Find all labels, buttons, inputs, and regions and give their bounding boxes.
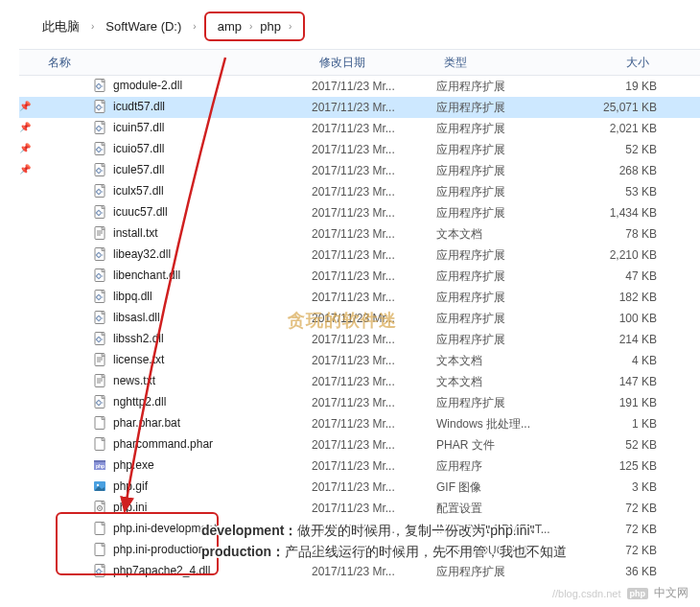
file-type: 应用程序扩展	[436, 395, 571, 411]
table-row[interactable]: 📌icudt57.dll2017/11/23 Mr...应用程序扩展25,071…	[19, 97, 700, 118]
file-type: 应用程序扩展	[436, 332, 571, 348]
svg-point-38	[99, 507, 101, 509]
dll-file-icon	[92, 99, 107, 114]
file-size: 1 KB	[571, 417, 657, 431]
file-type: 配置设置	[436, 501, 571, 517]
column-header-name[interactable]: 名称	[48, 55, 71, 71]
file-name: libeay32.dll	[113, 247, 171, 261]
table-row[interactable]: 📌icule57.dll2017/11/23 Mr...应用程序扩展268 KB	[19, 160, 700, 181]
table-row[interactable]: libeay32.dll2017/11/23 Mr...应用程序扩展2,210 …	[19, 245, 700, 266]
table-row[interactable]: nghttp2.dll2017/11/23 Mr...应用程序扩展191 KB	[19, 392, 700, 413]
file-type: GIF 图像	[436, 479, 571, 496]
file-size: 36 KB	[571, 565, 657, 578]
dll-file-icon	[92, 246, 107, 262]
breadcrumb: 此电脑 › SoftWare (D:) › amp › php ›	[0, 0, 700, 49]
file-date: 2017/11/23 Mr...	[312, 375, 436, 388]
file-date: 2017/11/23 Mr...	[312, 438, 436, 452]
table-row[interactable]: libsasl.dll2017/11/23 Mr...应用程序扩展100 KB	[19, 308, 700, 329]
chevron-right-icon[interactable]: ›	[245, 21, 256, 32]
file-name: icuuc57.dll	[113, 205, 168, 219]
caption-val-2: 产品上线运行的时候用，先不用管，我也不知道	[285, 544, 567, 559]
file-size: 52 KB	[571, 438, 657, 452]
file-size: 3 KB	[571, 480, 657, 494]
column-headers: 名称 修改日期 类型 大小	[19, 49, 700, 76]
file-file-icon	[92, 521, 107, 536]
table-row[interactable]: icuuc57.dll2017/11/23 Mr...应用程序扩展1,434 K…	[19, 202, 700, 223]
table-row[interactable]: iculx57.dll2017/11/23 Mr...应用程序扩展53 KB	[19, 181, 700, 202]
table-row[interactable]: news.txt2017/11/23 Mr...文本文档147 KB	[19, 371, 700, 392]
footer-blog-url: //blog.csdn.net	[552, 588, 621, 599]
file-date: 2017/11/23 Mr...	[312, 480, 436, 494]
file-date: 2017/11/23 Mr...	[312, 164, 436, 177]
file-type: 应用程序扩展	[436, 142, 571, 158]
breadcrumb-item[interactable]: SoftWare (D:)	[102, 17, 185, 35]
file-name: nghttp2.dll	[113, 395, 166, 409]
table-row[interactable]: libenchant.dll2017/11/23 Mr...应用程序扩展47 K…	[19, 266, 700, 287]
file-name: icule57.dll	[113, 163, 164, 176]
file-name: php.gif	[113, 479, 148, 493]
file-date: 2017/11/23 Mr...	[312, 101, 436, 114]
table-row[interactable]: libpq.dll2017/11/23 Mr...应用程序扩展182 KB	[19, 287, 700, 308]
file-list: gmodule-2.dll2017/11/23 Mr...应用程序扩展19 KB…	[19, 76, 700, 582]
file-size: 52 KB	[571, 143, 657, 156]
column-header-size[interactable]: 大小	[571, 55, 657, 71]
dll-file-icon	[92, 162, 107, 177]
file-size: 4 KB	[571, 354, 657, 367]
file-date: 2017/11/23 Mr...	[312, 565, 436, 578]
file-date: 2017/11/23 Mr...	[312, 248, 436, 262]
svg-point-35	[97, 483, 99, 485]
table-row[interactable]: php.ini2017/11/23 Mr...配置设置72 KB	[19, 498, 700, 519]
file-size: 100 KB	[571, 312, 657, 325]
breadcrumb-item[interactable]: amp	[214, 17, 245, 35]
file-type: 文本文档	[436, 374, 571, 390]
file-size: 1,434 KB	[571, 206, 657, 220]
file-type: 应用程序扩展	[436, 184, 571, 200]
file-type: 应用程序扩展	[436, 205, 571, 222]
table-row[interactable]: php.gif2017/11/23 Mr...GIF 图像3 KB	[19, 477, 700, 498]
file-size: 191 KB	[571, 396, 657, 409]
gif-file-icon	[92, 479, 107, 494]
file-type: 应用程序扩展	[436, 79, 571, 95]
table-row[interactable]: 📌icuin57.dll2017/11/23 Mr...应用程序扩展2,021 …	[19, 118, 700, 139]
table-row[interactable]: phar.phar.bat2017/11/23 Mr...Windows 批处理…	[19, 413, 700, 434]
file-size: 214 KB	[571, 333, 657, 346]
pin-icon: 📌	[19, 101, 31, 111]
file-size: 268 KB	[571, 164, 657, 177]
file-date: 2017/11/23 Mr...	[312, 502, 436, 515]
chevron-right-icon[interactable]: ›	[285, 21, 295, 32]
chevron-right-icon[interactable]: ›	[87, 21, 98, 32]
table-row[interactable]: libssh2.dll2017/11/23 Mr...应用程序扩展214 KB	[19, 329, 700, 350]
dll-file-icon	[92, 563, 107, 578]
chevron-right-icon[interactable]: ›	[189, 21, 199, 32]
file-type: 应用程序扩展	[436, 311, 571, 327]
file-name: news.txt	[113, 374, 155, 387]
dll-file-icon	[92, 141, 107, 156]
file-type: 应用程序扩展	[436, 290, 571, 306]
dll-file-icon	[92, 268, 107, 283]
file-name: libssh2.dll	[113, 332, 164, 345]
file-type: 应用程序扩展	[436, 100, 571, 116]
caption-key-2: production：	[201, 544, 285, 559]
table-row[interactable]: 📌icuio57.dll2017/11/23 Mr...应用程序扩展52 KB	[19, 139, 700, 160]
annotation-highlight-breadcrumb: amp › php ›	[204, 12, 306, 41]
dll-file-icon	[92, 120, 107, 135]
file-date: 2017/11/23 Mr...	[312, 459, 436, 473]
file-date: 2017/11/23 Mr...	[312, 333, 436, 346]
table-row[interactable]: license.txt2017/11/23 Mr...文本文档4 KB	[19, 350, 700, 371]
column-header-date[interactable]: 修改日期	[312, 55, 436, 71]
breadcrumb-item[interactable]: php	[256, 17, 285, 35]
file-type: 应用程序扩展	[436, 268, 571, 285]
txt-file-icon	[92, 373, 107, 388]
table-row[interactable]: php7apache2_4.dll2017/11/23 Mr...应用程序扩展3…	[19, 561, 700, 582]
file-date: 2017/11/23 Mr...	[312, 143, 436, 156]
table-row[interactable]: pharcommand.phar2017/11/23 Mr...PHAR 文件5…	[19, 434, 700, 455]
table-row[interactable]: install.txt2017/11/23 Mr...文本文档78 KB	[19, 223, 700, 245]
file-date: 2017/11/23 Mr...	[312, 417, 436, 431]
table-row[interactable]: gmodule-2.dll2017/11/23 Mr...应用程序扩展19 KB	[19, 76, 700, 97]
table-row[interactable]: phpphp.exe2017/11/23 Mr...应用程序125 KB	[19, 455, 700, 477]
file-name: php.ini-production	[113, 543, 204, 556]
pin-icon: 📌	[19, 164, 31, 175]
column-header-type[interactable]: 类型	[436, 55, 571, 71]
file-type: 应用程序	[436, 458, 571, 475]
breadcrumb-item[interactable]: 此电脑	[38, 16, 83, 37]
